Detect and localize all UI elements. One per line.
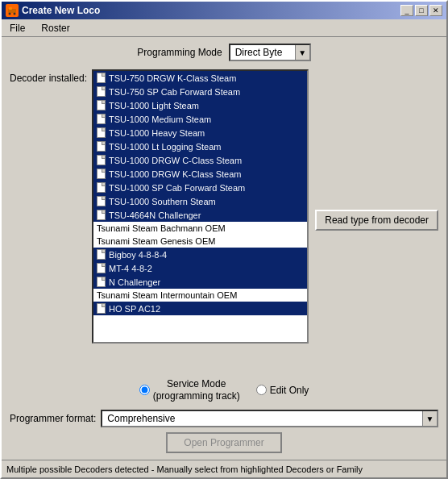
file-icon: [97, 127, 106, 138]
programmer-format-arrow[interactable]: ▼: [422, 411, 437, 426]
list-item[interactable]: TSU-1000 DRGW K-Class Steam: [93, 167, 307, 181]
edit-only-label[interactable]: Edit Only: [270, 385, 309, 396]
list-item[interactable]: TSU-1000 Heavy Steam: [93, 126, 307, 140]
list-item[interactable]: TSU-1000 Light Steam: [93, 98, 307, 112]
list-item[interactable]: TSU-750 DRGW K-Class Steam: [93, 71, 307, 85]
list-item[interactable]: TSU-750 SP Cab Forward Steam: [93, 85, 307, 98]
file-icon: [97, 169, 106, 179]
list-item[interactable]: HO SP AC12: [93, 302, 307, 315]
list-item-text: TSU-1000 Light Steam: [109, 101, 199, 110]
programming-mode-row: Programming Mode Direct Byte ▼: [10, 44, 438, 61]
list-item-text: Bigboy 4-8-8-4: [109, 250, 167, 260]
menu-bar: File Roster: [2, 19, 446, 37]
list-item-text: TSU-1000 DRGW K-Class Steam: [109, 169, 241, 179]
radio-section: Service Mode (programming track) Edit On…: [10, 375, 438, 405]
list-item[interactable]: MT-4 4-8-2: [93, 261, 307, 275]
status-bar: Multiple possible Decoders detected - Ma…: [2, 460, 446, 477]
list-item-text: TSU-1000 Lt Logging Steam: [109, 142, 221, 152]
programming-mode-dropdown[interactable]: Direct Byte ▼: [229, 44, 311, 61]
programming-mode-value: Direct Byte: [230, 45, 295, 60]
file-icon: [97, 141, 106, 152]
list-item[interactable]: Tsunami Steam Intermountain OEM: [93, 289, 307, 302]
list-item-text: TSU-1000 Medium Steam: [109, 115, 211, 124]
programming-mode-label: Programming Mode: [137, 47, 222, 58]
decoder-section: Decoder installed: TSU-750 DRGW K-Class …: [10, 69, 309, 370]
file-icon: [97, 263, 106, 273]
svg-point-3: [14, 13, 16, 15]
list-item[interactable]: TSU-1000 Southern Steam: [93, 194, 307, 208]
list-item-text: TSU-1000 Heavy Steam: [109, 128, 205, 138]
list-item-text: TSU-1000 SP Cab Forward Steam: [109, 183, 245, 193]
list-item[interactable]: TSU-1000 Lt Logging Steam: [93, 140, 307, 153]
menu-roster[interactable]: Roster: [36, 21, 74, 35]
programmer-format-row: Programmer format: Comprehensive ▼: [10, 410, 438, 427]
title-bar: Create New Loco _ □ ✕: [2, 2, 446, 19]
list-item-text: TSU-1000 DRGW C-Class Steam: [109, 156, 242, 165]
service-mode-label-line2[interactable]: (programming track): [153, 390, 240, 402]
file-icon: [97, 196, 106, 206]
decoder-list-container: TSU-750 DRGW K-Class SteamTSU-750 SP Cab…: [92, 69, 309, 344]
file-icon: [97, 210, 106, 220]
decoder-list[interactable]: TSU-750 DRGW K-Class SteamTSU-750 SP Cab…: [93, 71, 307, 342]
list-item-text: MT-4 4-8-2: [109, 264, 152, 273]
list-item-text: TSU-750 SP Cab Forward Steam: [109, 87, 240, 97]
close-button[interactable]: ✕: [429, 5, 442, 16]
service-mode-radio-group: Service Mode (programming track): [139, 378, 240, 402]
list-item-text: TSU-750 DRGW K-Class Steam: [109, 73, 236, 83]
title-buttons: _ □ ✕: [400, 5, 442, 16]
file-icon: [97, 277, 106, 287]
main-window: Create New Loco _ □ ✕ File Roster Progra…: [0, 0, 448, 479]
service-mode-label-line1[interactable]: Service Mode: [167, 378, 226, 389]
content-area: Programming Mode Direct Byte ▼ Decoder i…: [2, 37, 446, 460]
programming-mode-dropdown-arrow[interactable]: ▼: [295, 45, 309, 60]
service-mode-radio[interactable]: [139, 385, 150, 395]
svg-rect-1: [9, 7, 12, 10]
edit-only-radio[interactable]: [256, 385, 267, 395]
open-programmer-row: Open Programmer: [10, 432, 438, 453]
window-title: Create New Loco: [22, 5, 100, 16]
list-item[interactable]: N Challenger: [93, 275, 307, 289]
file-icon: [97, 100, 106, 110]
svg-point-2: [9, 13, 11, 15]
list-item[interactable]: Bigboy 4-8-8-4: [93, 248, 307, 261]
programmer-format-dropdown[interactable]: Comprehensive ▼: [101, 410, 438, 427]
decoder-installed-label: Decoder installed:: [10, 69, 87, 84]
minimize-button[interactable]: _: [400, 5, 413, 16]
file-icon: [97, 182, 106, 193]
title-bar-left: Create New Loco: [6, 4, 100, 17]
list-item[interactable]: TSU-1000 SP Cab Forward Steam: [93, 181, 307, 194]
open-programmer-button[interactable]: Open Programmer: [166, 432, 281, 453]
menu-file[interactable]: File: [5, 21, 30, 35]
list-item[interactable]: Tsunami Steam Genesis OEM: [93, 235, 307, 248]
list-item[interactable]: Tsunami Steam Bachmann OEM: [93, 222, 307, 235]
file-icon: [97, 303, 106, 314]
file-icon: [97, 114, 106, 124]
main-row: Decoder installed: TSU-750 DRGW K-Class …: [10, 69, 438, 370]
file-icon: [97, 249, 106, 260]
file-icon: [97, 86, 106, 97]
maximize-button[interactable]: □: [415, 5, 428, 16]
list-item[interactable]: TSU-1000 Medium Steam: [93, 112, 307, 126]
edit-only-radio-group: Edit Only: [256, 385, 309, 396]
list-item-text: TSU-4664N Challenger: [109, 210, 201, 220]
file-icon: [97, 73, 106, 83]
file-icon: [97, 155, 106, 165]
list-item-text: HO SP AC12: [109, 304, 160, 314]
list-item-text: N Challenger: [109, 277, 160, 287]
list-item-text: TSU-1000 Southern Steam: [109, 197, 216, 206]
programmer-format-label: Programmer format:: [10, 413, 96, 424]
read-type-button[interactable]: Read type from decoder: [315, 210, 438, 231]
status-text: Multiple possible Decoders detected - Ma…: [6, 464, 363, 474]
app-icon: [6, 4, 19, 17]
list-item[interactable]: TSU-1000 DRGW C-Class Steam: [93, 153, 307, 167]
list-item[interactable]: TSU-4664N Challenger: [93, 208, 307, 222]
programmer-format-value: Comprehensive: [102, 411, 422, 426]
